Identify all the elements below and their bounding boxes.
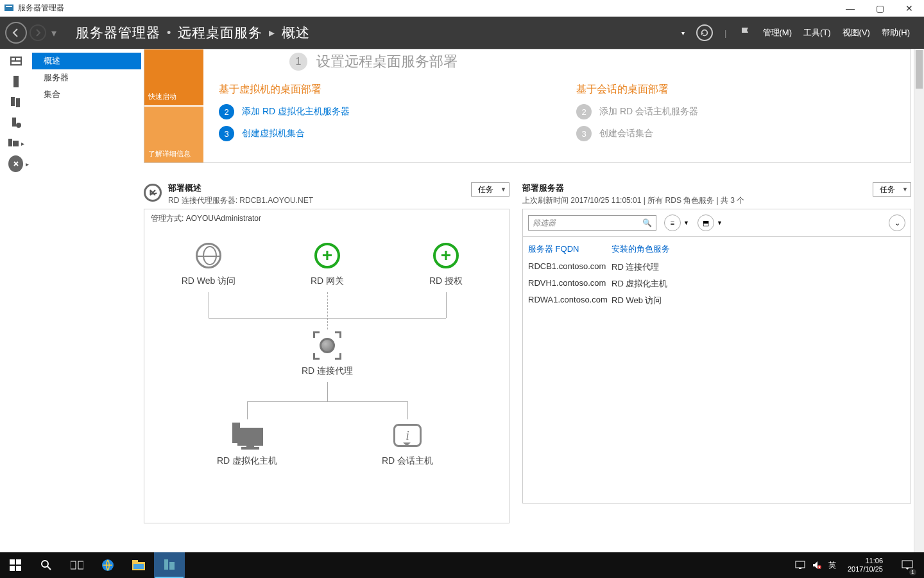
sidenav: 概述 服务器 集合 [32, 49, 141, 552]
vm-host-icon [232, 423, 262, 448]
notifications-flag-icon[interactable] [739, 26, 751, 39]
svg-rect-11 [8, 139, 12, 146]
chevron-right-icon: ▸ [269, 26, 275, 40]
menu-tools[interactable]: 工具(T) [803, 27, 831, 39]
filter-toolbar: 筛选器 🔍 ≡▼ ⬒▼ ⌄ [522, 209, 911, 237]
filter-input[interactable]: 筛选器 🔍 [528, 215, 656, 231]
rail-selected-icon[interactable]: ▸ [3, 158, 29, 170]
svg-rect-27 [796, 561, 805, 568]
deploy-overview-sub: RD 连接代理服务器: RDCB1.AOYOU.NET [168, 195, 465, 206]
icon-rail: ▸ ▸ [0, 49, 32, 552]
rail-local-server-icon[interactable] [8, 76, 24, 87]
tile-learnmore[interactable]: 了解详细信息 [144, 105, 203, 162]
start-button[interactable] [0, 552, 31, 578]
node-rd-vh[interactable]: RD 虚拟化主机 [202, 421, 292, 467]
col-role[interactable]: 安装的角色服务 [612, 243, 670, 255]
deployment-servers-panel: 部署服务器 上次刷新时间 2017/10/25 11:05:01 | 所有 RD… [522, 182, 911, 523]
rail-rds-icon[interactable]: ▸ [3, 137, 29, 149]
svg-point-10 [16, 123, 21, 128]
table-row[interactable]: RDWA1.contoso.comRD Web 访问 [523, 292, 911, 309]
rail-all-servers-icon[interactable] [8, 96, 24, 108]
step-add-vh-server[interactable]: 2添加 RD 虚拟化主机服务器 [219, 104, 538, 119]
view-options-button[interactable]: ≡▼ [664, 215, 681, 231]
taskbar-explorer-icon[interactable] [123, 552, 154, 578]
cell-fqdn: RDVH1.contoso.com [528, 278, 612, 290]
taskbar: 英 11:06 2017/10/25 1 [0, 552, 924, 578]
app-icon [4, 3, 14, 13]
node-rd-web[interactable]: RD Web 访问 [164, 241, 253, 287]
breadcrumb-seg[interactable]: 服务器管理器 [76, 24, 160, 42]
step-create-vm-collection[interactable]: 3创建虚拟机集合 [219, 126, 538, 141]
tasks-dropdown[interactable]: 任务 [873, 182, 911, 197]
svg-rect-0 [4, 4, 13, 11]
separator-icon: | [724, 28, 726, 38]
tile-quickstart[interactable]: 快速启动 [144, 49, 203, 105]
menu-help[interactable]: 帮助(H) [882, 27, 910, 39]
node-rd-sh[interactable]: i RD 会话主机 [363, 421, 452, 467]
breadcrumb-seg[interactable]: 远程桌面服务 [178, 24, 262, 42]
cell-fqdn: RDCB1.contoso.com [528, 261, 612, 273]
session-host-icon: i [393, 424, 422, 447]
svg-point-17 [42, 561, 48, 567]
taskbar-ie-icon[interactable] [92, 552, 123, 578]
scrollbar[interactable] [914, 49, 924, 552]
expand-icon[interactable] [144, 184, 162, 202]
svg-rect-5 [12, 62, 21, 64]
step-create-session-collection: 3创建会话集合 [576, 126, 895, 141]
rail-file-services-icon[interactable] [8, 117, 24, 128]
maximize-button[interactable]: ▢ [865, 0, 894, 17]
tray-ime[interactable]: 英 [828, 560, 836, 571]
chevron-right-icon: • [167, 26, 171, 40]
nav-sep-icon: ▾ [51, 27, 56, 39]
svg-line-18 [47, 566, 51, 570]
svg-rect-12 [13, 141, 19, 146]
sidenav-collections[interactable]: 集合 [32, 86, 141, 103]
node-rd-broker[interactable]: RD 连接代理 [282, 331, 372, 377]
sidenav-servers[interactable]: 服务器 [32, 69, 141, 86]
tray-clock[interactable]: 11:06 2017/10/25 [843, 557, 888, 574]
deployment-overview-panel: 部署概述 RD 连接代理服务器: RDCB1.AOYOU.NET 任务 管理方式… [144, 182, 509, 523]
svg-rect-9 [12, 118, 16, 127]
taskbar-server-manager-icon[interactable] [154, 552, 185, 578]
table-row[interactable]: RDCB1.contoso.comRD 连接代理 [523, 259, 911, 276]
window-title: 服务器管理器 [18, 3, 64, 13]
tray-network-icon[interactable] [795, 561, 805, 570]
search-button[interactable] [31, 552, 62, 578]
node-rd-license[interactable]: + RD 授权 [401, 241, 491, 287]
svg-rect-24 [133, 564, 144, 569]
filter-placeholder: 筛选器 [533, 218, 556, 229]
deployment-diagram: RD Web 访问 + RD 网关 + RD 授权 [144, 228, 509, 511]
menu-manage[interactable]: 管理(M) [763, 27, 792, 39]
content-area: 快速启动 了解详细信息 1 设置远程桌面服务部署 基于虚拟机的桌面部署 2添加 … [141, 49, 924, 552]
col-fqdn[interactable]: 服务器 FQDN [528, 243, 612, 255]
close-button[interactable]: ✕ [894, 0, 924, 17]
rail-dashboard-icon[interactable] [8, 55, 24, 67]
tasks-dropdown[interactable]: 任务 [471, 182, 509, 197]
setup-title: 1 设置远程桌面服务部署 [289, 52, 895, 71]
svg-rect-23 [132, 560, 138, 563]
node-rd-gateway[interactable]: + RD 网关 [282, 241, 372, 287]
plus-icon: + [314, 243, 340, 268]
forward-button[interactable] [30, 24, 46, 41]
search-icon[interactable]: 🔍 [642, 218, 652, 227]
deploy-servers-sub: 上次刷新时间 2017/10/25 11:05:01 | 所有 RDS 角色服务… [522, 195, 866, 206]
expand-button[interactable]: ⌄ [889, 215, 905, 231]
tray-volume-icon[interactable] [812, 561, 822, 570]
svg-rect-19 [71, 561, 76, 569]
tray-notifications-icon[interactable]: 1 [894, 552, 920, 578]
menu-view[interactable]: 视图(V) [843, 27, 870, 39]
deploy-servers-title: 部署服务器 [522, 182, 866, 194]
sidenav-overview[interactable]: 概述 [32, 53, 141, 69]
save-filter-button[interactable]: ⬒▼ [697, 215, 714, 231]
taskview-button[interactable] [62, 552, 92, 578]
refresh-button[interactable] [696, 24, 713, 41]
table-row[interactable]: RDVH1.contoso.comRD 虚拟化主机 [523, 276, 911, 292]
back-button[interactable] [5, 22, 27, 44]
breadcrumb-seg[interactable]: 概述 [282, 24, 310, 42]
plus-icon: + [433, 243, 459, 268]
deployment-setup-panel: 快速启动 了解详细信息 1 设置远程桌面服务部署 基于虚拟机的桌面部署 2添加 … [144, 49, 911, 163]
window-titlebar: 服务器管理器 — ▢ ✕ [0, 0, 924, 17]
minimize-button[interactable]: — [835, 0, 865, 17]
cell-fqdn: RDWA1.contoso.com [528, 295, 612, 306]
dropdown-icon[interactable]: ▾ [681, 30, 685, 37]
